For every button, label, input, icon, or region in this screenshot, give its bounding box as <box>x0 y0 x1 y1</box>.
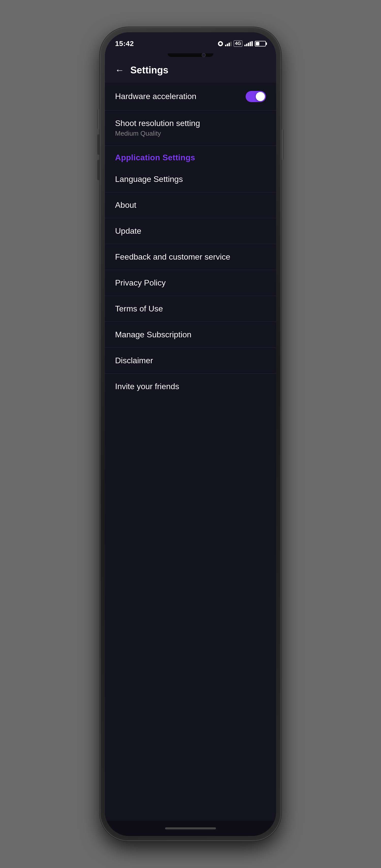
shoot-resolution-item[interactable]: Shoot resolution setting Medium Quality <box>105 111 276 146</box>
terms-of-use-label: Terms of Use <box>115 304 163 313</box>
manage-subscription-label: Manage Subscription <box>115 330 192 339</box>
phone-screen: 15:42 4G <box>105 32 276 836</box>
update-label: Update <box>115 226 141 236</box>
phone-frame: 15:42 4G <box>100 28 281 841</box>
invite-friends-item[interactable]: Invite your friends <box>105 374 276 399</box>
manage-subscription-item[interactable]: Manage Subscription <box>105 322 276 348</box>
shoot-resolution-sublabel: Medium Quality <box>115 129 200 137</box>
network-type-icon: 4G <box>234 40 242 47</box>
shoot-resolution-text-group: Shoot resolution setting Medium Quality <box>115 119 200 137</box>
shoot-resolution-label: Shoot resolution setting <box>115 119 200 128</box>
status-bar: 15:42 4G <box>105 32 276 53</box>
hardware-acceleration-label: Hardware acceleration <box>115 92 196 101</box>
disclaimer-item[interactable]: Disclaimer <box>105 348 276 374</box>
battery-icon <box>255 41 266 46</box>
notch-area <box>105 53 276 58</box>
application-settings-title: Application Settings <box>115 153 195 162</box>
status-icons: 4G <box>218 40 266 47</box>
signal-icon <box>225 41 232 46</box>
privacy-policy-item[interactable]: Privacy Policy <box>105 270 276 296</box>
notch <box>168 53 213 57</box>
language-settings-label: Language Settings <box>115 175 183 184</box>
update-item[interactable]: Update <box>105 218 276 244</box>
disclaimer-label: Disclaimer <box>115 356 153 365</box>
app-header: ← Settings <box>105 58 276 83</box>
privacy-policy-label: Privacy Policy <box>115 278 166 287</box>
battery-fill <box>256 42 259 45</box>
invite-friends-label: Invite your friends <box>115 382 179 391</box>
hardware-acceleration-toggle[interactable] <box>246 91 266 102</box>
status-time: 15:42 <box>115 40 134 48</box>
toggle-knob <box>256 92 265 101</box>
back-button[interactable]: ← <box>115 66 124 75</box>
page-title: Settings <box>130 65 168 76</box>
signal-icon-2 <box>244 41 253 46</box>
home-bar <box>165 827 216 829</box>
front-camera <box>202 53 206 57</box>
screen-record-icon <box>218 41 223 46</box>
home-indicator <box>105 821 276 836</box>
feedback-item[interactable]: Feedback and customer service <box>105 244 276 270</box>
about-label: About <box>115 200 136 210</box>
hardware-acceleration-item[interactable]: Hardware acceleration <box>105 83 276 111</box>
application-settings-section-header: Application Settings <box>105 146 276 166</box>
language-settings-item[interactable]: Language Settings <box>105 166 276 192</box>
about-item[interactable]: About <box>105 192 276 218</box>
settings-content: Hardware acceleration Shoot resolution s… <box>105 83 276 821</box>
feedback-label: Feedback and customer service <box>115 252 230 261</box>
terms-of-use-item[interactable]: Terms of Use <box>105 296 276 322</box>
